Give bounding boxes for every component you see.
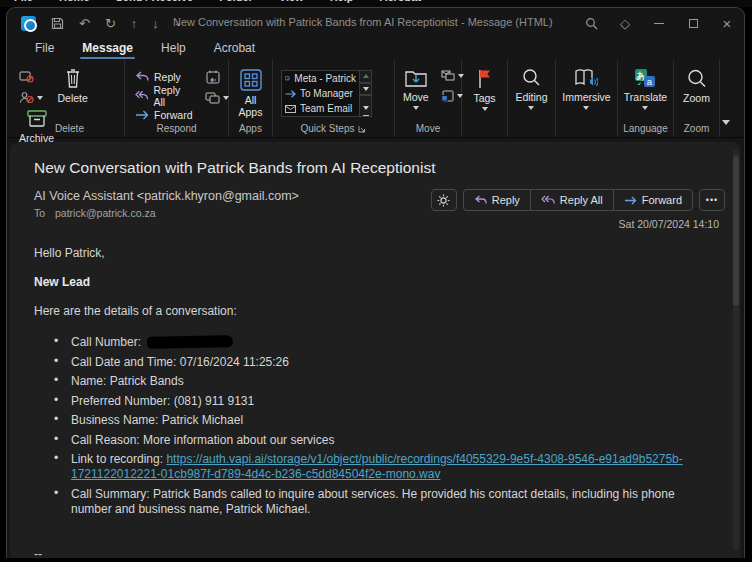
group-label-respond: Respond xyxy=(125,123,228,134)
ribbon-group-immersive: Immersive xyxy=(556,60,618,137)
quick-steps-scroll xyxy=(359,70,372,117)
save-icon[interactable] xyxy=(51,17,64,30)
message-scrollbar-thumb[interactable] xyxy=(733,156,739,306)
to-recipient[interactable]: patrick@patrick.co.za xyxy=(55,207,156,219)
tags-label: Tags xyxy=(473,92,495,104)
rules-icon[interactable] xyxy=(441,70,464,81)
message-subject: New Conversation with Patrick Bands from… xyxy=(10,142,741,177)
header-forward-button[interactable]: Forward xyxy=(613,189,693,211)
quick-step-meta-patrick[interactable]: Meta - Patrick xyxy=(282,71,359,86)
quick-steps-more[interactable] xyxy=(359,95,372,117)
ribbon-tab-row: File Message Help Acrobat xyxy=(7,38,744,60)
detail-recording-link: Link to recording: https://auth.vapi.ai/… xyxy=(52,452,711,482)
bg-tab[interactable]: Help xyxy=(330,0,354,3)
bg-tab[interactable]: Acrobat xyxy=(380,0,422,3)
sender-line[interactable]: AI Voice Assistant <patrick.khyron@gmail… xyxy=(34,189,431,203)
junk-icon[interactable] xyxy=(19,91,43,104)
tab-acrobat[interactable]: Acrobat xyxy=(204,41,265,60)
translate-button[interactable]: あ A a Translate xyxy=(620,66,671,112)
ignore-icon[interactable] xyxy=(19,70,43,83)
window-title: New Conversation with Patrick Bands from… xyxy=(173,16,553,28)
header-forward-label: Forward xyxy=(642,194,682,206)
quick-steps-list: Meta - Patrick To Manager Team Email xyxy=(281,70,359,117)
bg-tab[interactable]: View xyxy=(279,0,304,3)
quick-step-team-email[interactable]: Team Email xyxy=(282,101,359,116)
quick-step-label: Team Email xyxy=(300,103,352,114)
bg-tab[interactable]: File xyxy=(14,0,33,3)
intro-line: Here are the details of a conversation: xyxy=(34,304,711,319)
detail-call-reason: Call Reason: More information about our … xyxy=(52,433,711,448)
delete-label: Delete xyxy=(57,92,87,104)
quick-step-label: To Manager xyxy=(300,88,353,99)
editing-button[interactable]: Editing xyxy=(511,66,551,112)
maximize-button[interactable] xyxy=(676,8,710,38)
ribbon-group-editing: Editing xyxy=(508,60,556,137)
group-label-zoom: Zoom xyxy=(674,123,719,134)
translate-label: Translate xyxy=(624,91,667,103)
bg-tab[interactable]: Home xyxy=(59,0,90,3)
immersive-button[interactable]: Immersive xyxy=(558,66,614,112)
background-window-tabstrip: File Home Send / Receive Folder View Hel… xyxy=(0,0,752,7)
tab-file[interactable]: File xyxy=(25,41,64,60)
reactions-sun-icon[interactable] xyxy=(431,189,457,211)
undo-icon[interactable]: ↶ xyxy=(79,17,90,30)
conversation-details-list: Call Number: Call Date and Time: 07/16/2… xyxy=(52,335,711,517)
quick-step-label: Meta - Patrick xyxy=(294,73,356,84)
group-label-apps: Apps xyxy=(229,123,272,134)
message-header-row: AI Voice Assistant <patrick.khyron@gmail… xyxy=(10,177,741,230)
previous-item-icon[interactable]: ↑ xyxy=(131,17,138,30)
reply-all-button[interactable]: Reply All xyxy=(135,87,193,104)
outlook-app-icon xyxy=(21,16,36,31)
next-item-icon[interactable]: ↓ xyxy=(152,17,159,30)
delete-button[interactable]: Delete xyxy=(53,66,91,106)
diamond-icon[interactable]: ◇ xyxy=(608,8,642,38)
all-apps-label-line2: Apps xyxy=(239,106,263,118)
reading-pane: New Conversation with Patrick Bands from… xyxy=(10,142,741,558)
zoom-button[interactable]: Zoom xyxy=(679,66,714,106)
immersive-label: Immersive xyxy=(562,91,610,103)
quick-steps-dialog-launcher-icon[interactable] xyxy=(358,125,366,133)
group-label-quick-steps: Quick Steps xyxy=(301,123,355,134)
ribbon-group-respond: Reply Reply All Forward xyxy=(125,60,229,137)
reply-button[interactable]: Reply xyxy=(135,68,193,85)
move-button[interactable]: Move xyxy=(395,66,433,112)
title-bar: ↶ ↻ ↑ ↓ ⌄ New Conversation with Patrick … xyxy=(7,8,744,38)
new-lead-heading: New Lead xyxy=(34,275,711,290)
forward-label: Forward xyxy=(154,109,193,121)
tags-button[interactable]: Tags xyxy=(469,66,499,113)
reply-all-label: Reply All xyxy=(153,84,192,108)
bg-tab[interactable]: Folder xyxy=(219,0,253,3)
more-actions-button[interactable]: ••• xyxy=(699,189,725,211)
collapse-ribbon-icon[interactable] xyxy=(722,111,730,129)
header-reply-all-label: Reply All xyxy=(560,194,603,206)
quick-step-to-manager[interactable]: To Manager xyxy=(282,86,359,101)
search-icon[interactable] xyxy=(574,8,608,38)
quick-steps-scroll-up[interactable] xyxy=(359,70,372,83)
to-label: To xyxy=(34,207,45,219)
svg-text:a: a xyxy=(647,76,653,87)
detail-name: Name: Patrick Bands xyxy=(52,374,711,389)
ribbon-group-apps: All Apps Apps xyxy=(229,60,273,137)
header-reply-all-button[interactable]: Reply All xyxy=(530,189,613,211)
tab-message[interactable]: Message xyxy=(72,41,143,60)
redo-icon[interactable]: ↻ xyxy=(105,17,116,30)
meeting-icon[interactable] xyxy=(205,70,229,84)
editing-label: Editing xyxy=(515,91,547,103)
quick-steps-scroll-down[interactable] xyxy=(359,83,372,96)
header-reply-label: Reply xyxy=(492,194,520,206)
onenote-icon[interactable] xyxy=(441,90,464,102)
minimize-button[interactable] xyxy=(642,8,676,38)
all-apps-label-line1: All xyxy=(245,94,257,106)
close-button[interactable]: × xyxy=(710,8,744,38)
detail-call-summary: Call Summary: Patrick Bands called to in… xyxy=(52,487,711,517)
message-window: ↶ ↻ ↑ ↓ ⌄ New Conversation with Patrick … xyxy=(6,7,745,558)
signature-separator: -- xyxy=(34,547,711,559)
bg-tab[interactable]: Send / Receive xyxy=(116,0,194,3)
ribbon-end-spacer xyxy=(720,60,744,137)
forward-button[interactable]: Forward xyxy=(135,106,193,123)
more-respond-icon[interactable] xyxy=(205,92,229,104)
header-reply-button[interactable]: Reply xyxy=(463,189,530,211)
ribbon: Delete Archive Delete Reply Reply All xyxy=(7,60,744,138)
all-apps-button[interactable]: All Apps xyxy=(235,66,267,120)
tab-help[interactable]: Help xyxy=(151,41,196,60)
